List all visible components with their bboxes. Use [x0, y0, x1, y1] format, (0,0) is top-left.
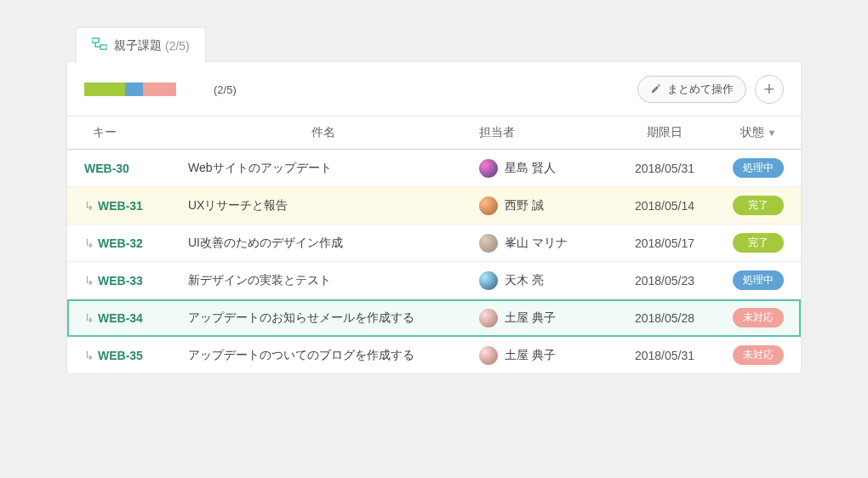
child-arrow-icon: ↳ — [84, 274, 94, 287]
issue-assignee[interactable]: 天木 亮 — [469, 262, 614, 299]
child-arrow-icon: ↳ — [84, 199, 94, 213]
assignee-name: 天木 亮 — [505, 273, 544, 288]
issue-due: 2018/05/23 — [614, 262, 716, 299]
issue-key[interactable]: ↳WEB-33 — [67, 262, 178, 299]
table-row[interactable]: ↳WEB-34アップデートのお知らせメールを作成する土屋 典子2018/05/2… — [67, 299, 801, 337]
issue-status[interactable]: 完了 — [716, 187, 801, 225]
svg-rect-0 — [92, 38, 99, 43]
issue-key-text: WEB-31 — [98, 199, 143, 213]
toolbar-actions: まとめて操作 + — [637, 75, 784, 104]
child-arrow-icon: ↳ — [84, 236, 94, 250]
status-badge: 完了 — [733, 196, 784, 215]
issue-subject[interactable]: UXリサーチと報告 — [178, 187, 469, 225]
issue-subject[interactable]: Webサイトのアップデート — [178, 150, 469, 187]
issue-key[interactable]: ↳WEB-31 — [67, 187, 178, 225]
issues-panel: 親子課題 (2/5) (2/5) まとめて操作 + — [66, 61, 802, 374]
progress-count: (2/5) — [214, 83, 237, 96]
issues-table: キー 件名 担当者 期限日 状態 ▼ WEB-30Webサイトのアップデート星島… — [67, 117, 801, 373]
issue-status[interactable]: 完了 — [716, 225, 801, 262]
issue-status[interactable]: 未対応 — [716, 299, 801, 337]
status-badge: 完了 — [733, 233, 784, 253]
progress-bar — [84, 83, 203, 96]
table-row[interactable]: ↳WEB-33新デザインの実装とテスト天木 亮2018/05/23処理中 — [67, 262, 801, 299]
issue-subject[interactable]: アップデートのついてのブログを作成する — [178, 337, 469, 374]
status-badge: 未対応 — [733, 308, 784, 327]
tab-label: 親子課題 — [114, 38, 162, 54]
issue-status[interactable]: 未対応 — [716, 337, 801, 374]
child-arrow-icon: ↳ — [84, 311, 94, 325]
col-key[interactable]: キー — [67, 117, 178, 150]
progress-seg-processing — [125, 83, 143, 96]
status-badge: 未対応 — [733, 345, 784, 365]
issue-status[interactable]: 処理中 — [716, 262, 801, 299]
table-row[interactable]: ↳WEB-32UI改善のためのデザイン作成峯山 マリナ2018/05/17完了 — [67, 225, 801, 262]
issue-key-text: WEB-30 — [84, 162, 129, 175]
issue-key[interactable]: WEB-30 — [67, 150, 178, 187]
avatar — [479, 234, 498, 253]
issue-subject[interactable]: UI改善のためのデザイン作成 — [178, 225, 469, 262]
col-due[interactable]: 期限日 — [614, 117, 716, 150]
progress-seg-pending — [143, 83, 176, 96]
table-row[interactable]: ↳WEB-35アップデートのついてのブログを作成する土屋 典子2018/05/3… — [67, 337, 801, 374]
issue-key-text: WEB-33 — [98, 274, 143, 287]
header-row: キー 件名 担当者 期限日 状態 ▼ — [67, 117, 801, 150]
issue-key-text: WEB-34 — [98, 311, 143, 325]
issue-assignee[interactable]: 峯山 マリナ — [469, 225, 614, 262]
col-subject[interactable]: 件名 — [178, 117, 469, 150]
issue-key[interactable]: ↳WEB-34 — [67, 299, 178, 337]
sort-desc-icon: ▼ — [768, 128, 777, 138]
bulk-edit-label: まとめて操作 — [667, 82, 734, 97]
progress-seg-done — [84, 83, 125, 96]
assignee-name: 西野 誠 — [505, 198, 544, 213]
plus-icon: + — [764, 78, 775, 100]
col-assignee[interactable]: 担当者 — [469, 117, 614, 150]
issue-assignee[interactable]: 西野 誠 — [469, 187, 614, 225]
table-row[interactable]: WEB-30Webサイトのアップデート星島 賢人2018/05/31処理中 — [67, 150, 801, 187]
edit-icon — [650, 83, 662, 97]
svg-rect-1 — [100, 45, 107, 49]
hierarchy-icon — [92, 37, 114, 54]
issue-key-text: WEB-35 — [98, 349, 143, 362]
tab-count: (2/5) — [165, 39, 190, 53]
issue-due: 2018/05/14 — [614, 187, 716, 225]
table-row[interactable]: ↳WEB-31UXリサーチと報告西野 誠2018/05/14完了 — [67, 187, 801, 225]
add-button[interactable]: + — [755, 75, 784, 104]
issue-subject[interactable]: アップデートのお知らせメールを作成する — [178, 299, 469, 337]
tab-parent-child[interactable]: 親子課題 (2/5) — [76, 27, 206, 63]
issue-assignee[interactable]: 星島 賢人 — [469, 150, 614, 187]
avatar — [479, 196, 498, 215]
issue-subject[interactable]: 新デザインの実装とテスト — [178, 262, 469, 299]
child-arrow-icon: ↳ — [84, 349, 94, 362]
toolbar: (2/5) まとめて操作 + — [67, 63, 801, 117]
col-state[interactable]: 状態 ▼ — [716, 117, 801, 150]
avatar — [479, 271, 498, 290]
issue-key-text: WEB-32 — [98, 236, 143, 250]
issue-due: 2018/05/28 — [614, 299, 716, 337]
issue-assignee[interactable]: 土屋 典子 — [469, 337, 614, 374]
avatar — [479, 346, 498, 365]
avatar — [479, 309, 498, 327]
status-badge: 処理中 — [733, 158, 784, 178]
assignee-name: 星島 賢人 — [505, 161, 556, 176]
assignee-name: 土屋 典子 — [505, 310, 556, 326]
bulk-edit-button[interactable]: まとめて操作 — [637, 76, 746, 103]
issue-due: 2018/05/31 — [614, 337, 716, 374]
progress-area: (2/5) — [84, 83, 237, 96]
issue-due: 2018/05/17 — [614, 225, 716, 262]
assignee-name: 土屋 典子 — [505, 348, 556, 363]
issue-key[interactable]: ↳WEB-32 — [67, 225, 178, 262]
issue-due: 2018/05/31 — [614, 150, 716, 187]
issue-key[interactable]: ↳WEB-35 — [67, 337, 178, 374]
status-badge: 処理中 — [733, 270, 784, 290]
issue-assignee[interactable]: 土屋 典子 — [469, 299, 614, 337]
col-state-label: 状態 — [740, 125, 764, 139]
assignee-name: 峯山 マリナ — [505, 236, 568, 251]
issue-status[interactable]: 処理中 — [716, 150, 801, 187]
avatar — [479, 159, 498, 178]
table-body: WEB-30Webサイトのアップデート星島 賢人2018/05/31処理中↳WE… — [67, 150, 801, 374]
